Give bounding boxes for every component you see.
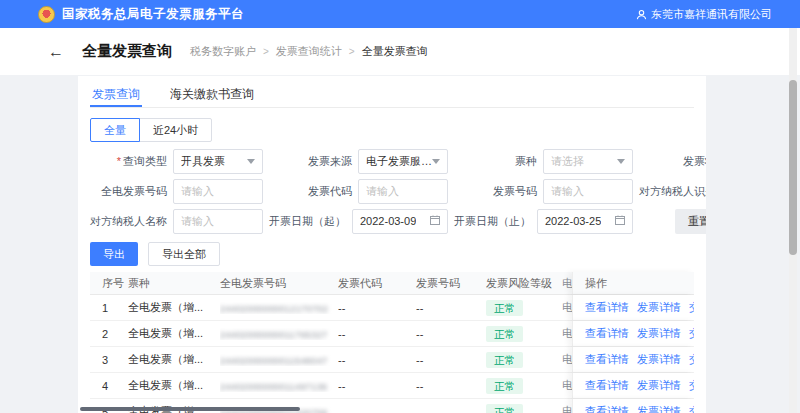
field-label: 发票状态 [683, 154, 706, 169]
invoice-detail-link[interactable]: 发票详情 [637, 352, 681, 367]
deliver-link[interactable]: 交付 [689, 300, 694, 315]
deliver-link[interactable]: 交付 [689, 352, 694, 367]
cell-type: 全电发票（增... [128, 352, 220, 367]
view-detail-link[interactable]: 查看详情 [585, 352, 629, 367]
view-detail-link[interactable]: 查看详情 [585, 326, 629, 341]
invoice-detail-link[interactable]: 发票详情 [637, 326, 681, 341]
vertical-scrollbar-thumb[interactable] [789, 80, 797, 255]
query-type-select[interactable]: 开具发票 [173, 149, 263, 174]
page-header: ← 全量发票查询 税务数字账户 > 发票查询统计 > 全量发票查询 [0, 28, 800, 75]
required-marker: * [117, 155, 121, 167]
breadcrumb-item[interactable]: 发票查询统计 [276, 44, 342, 59]
field-label: 对方纳税人识别号 [639, 184, 706, 199]
counterparty-name-input[interactable] [181, 215, 255, 227]
scope-all-button[interactable]: 全量 [90, 118, 140, 142]
invoice-no-input[interactable] [551, 185, 625, 197]
export-button[interactable]: 导出 [90, 242, 138, 266]
top-bar: 国家税务总局电子发票服务平台 东莞市嘉祥通讯有限公司 [0, 0, 800, 28]
cell-index: 4 [90, 380, 128, 392]
field-date-start: 开票日期（起） 2022-03-09 [269, 208, 448, 234]
cell-number-redacted: 24402000000011548047 [220, 356, 327, 366]
field-label: 全电发票号码 [101, 184, 167, 199]
col-header-risk: 发票风险等级 [486, 276, 562, 291]
scope-toggle: 全量 近24小时 [90, 118, 694, 142]
risk-badge: 正常 [486, 352, 523, 368]
col-header-number: 全电发票号码 [220, 276, 338, 291]
field-label: 发票来源 [308, 154, 352, 169]
cell-no: -- [416, 380, 486, 392]
deliver-link[interactable]: 交付 [689, 378, 694, 393]
date-value: 2022-03-09 [360, 215, 416, 227]
view-detail-link[interactable]: 查看详情 [585, 300, 629, 315]
field-label: 开票日期（止） [454, 214, 531, 229]
breadcrumb-current: 全量发票查询 [362, 44, 428, 59]
select-value: 开具发票 [181, 154, 225, 169]
cell-number-redacted: 24402000000011765327 [220, 330, 327, 340]
cell-code: -- [338, 354, 416, 366]
query-card: 发票查询 海关缴款书查询 全量 近24小时 * 查询类型 开具发票 发票来源 电… [78, 76, 706, 413]
breadcrumb: 税务数字账户 > 发票查询统计 > 全量发票查询 [190, 44, 428, 59]
field-digital-invoice-number: 全电发票号码 [90, 178, 263, 204]
field-invoice-code: 发票代码 [269, 178, 448, 204]
back-arrow-icon[interactable]: ← [48, 43, 64, 61]
field-counterparty-taxid: 对方纳税人识别号 [639, 178, 706, 204]
field-label: 票种 [515, 154, 537, 169]
export-all-button[interactable]: 导出全部 [148, 242, 220, 266]
calendar-icon [615, 215, 625, 227]
tab-invoice-query[interactable]: 发票查询 [90, 84, 142, 107]
table-row: 1 全电发票（增... 24402000000012170702 -- -- 正… [90, 295, 694, 321]
invoice-detail-link[interactable]: 发票详情 [637, 404, 681, 413]
select-value: 电子发票服务... [366, 154, 432, 169]
invoice-source-select[interactable]: 电子发票服务... [358, 149, 448, 174]
digital-invoice-number-input[interactable] [181, 185, 255, 197]
cell-no: -- [416, 406, 486, 413]
breadcrumb-item[interactable]: 税务数字账户 [190, 44, 256, 59]
horizontal-scrollbar-thumb[interactable] [80, 407, 300, 411]
col-header-ops: 操作 [572, 272, 694, 294]
cell-number-redacted: 24402000000012170702 [220, 304, 328, 314]
cell-code: -- [338, 328, 416, 340]
date-end-picker[interactable]: 2022-03-25 [537, 209, 633, 234]
cell-code: -- [338, 406, 416, 413]
table-row: 4 全电发票（增... 24402000000011497136 -- -- 正… [90, 373, 694, 399]
col-header-code: 发票代码 [338, 276, 416, 291]
clipped-column: 电 [562, 378, 572, 393]
cell-index: 2 [90, 328, 128, 340]
platform-title: 国家税务总局电子发票服务平台 [62, 6, 244, 23]
cell-type: 全电发票（增... [128, 326, 220, 341]
invoice-detail-link[interactable]: 发票详情 [637, 300, 681, 315]
risk-badge: 正常 [486, 326, 523, 342]
field-label: 开票日期（起） [269, 214, 346, 229]
ticket-type-select[interactable]: 请选择 [543, 149, 633, 174]
field-invoice-source: 发票来源 电子发票服务... [269, 148, 448, 174]
risk-badge: 正常 [486, 404, 523, 413]
scope-24h-button[interactable]: 近24小时 [139, 118, 212, 142]
col-header-type: 票种 [128, 276, 220, 291]
clipped-column: 电 [562, 352, 572, 367]
table-header-row: 序号 票种 全电发票号码 发票代码 发票号码 发票风险等级 电 操作 [90, 272, 694, 295]
field-ticket-type: 票种 请选择 [454, 148, 633, 174]
chevron-down-icon [617, 159, 625, 164]
tab-customs-payment-query[interactable]: 海关缴款书查询 [168, 84, 256, 107]
tab-bar: 发票查询 海关缴款书查询 [90, 84, 694, 108]
view-detail-link[interactable]: 查看详情 [585, 404, 629, 413]
date-start-picker[interactable]: 2022-03-09 [352, 209, 448, 234]
account-menu[interactable]: 东莞市嘉祥通讯有限公司 [636, 7, 786, 22]
field-invoice-no: 发票号码 [454, 178, 633, 204]
deliver-link[interactable]: 交付 [689, 404, 694, 413]
invoice-code-input[interactable] [366, 185, 440, 197]
cell-type: 全电发票（增... [128, 378, 220, 393]
company-name: 东莞市嘉祥通讯有限公司 [651, 7, 772, 22]
filter-actions: 重置 查询 收起 [639, 208, 706, 234]
reset-button[interactable]: 重置 [675, 209, 706, 234]
cell-type: 全电发票（增... [128, 300, 220, 315]
field-label: 对方纳税人名称 [90, 214, 167, 229]
invoice-detail-link[interactable]: 发票详情 [637, 378, 681, 393]
deliver-link[interactable]: 交付 [689, 326, 694, 341]
cell-index: 3 [90, 354, 128, 366]
table-row: 3 全电发票（增... 24402000000011548047 -- -- 正… [90, 347, 694, 373]
date-value: 2022-03-25 [545, 215, 601, 227]
view-detail-link[interactable]: 查看详情 [585, 378, 629, 393]
col-header-index: 序号 [90, 276, 128, 291]
chevron-down-icon [432, 159, 440, 164]
